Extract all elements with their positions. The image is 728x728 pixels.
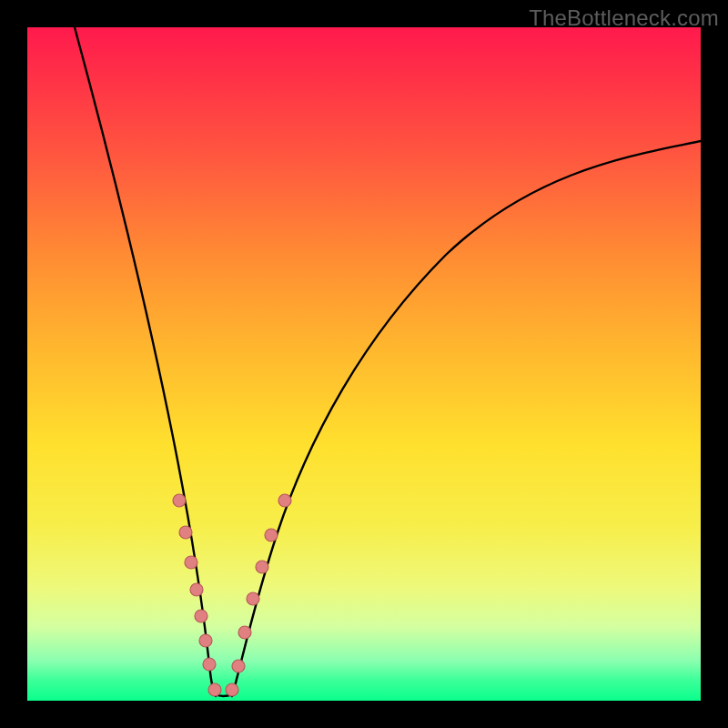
marker-dot [278, 494, 291, 507]
marker-dot [190, 583, 203, 596]
marker-dot [173, 494, 186, 507]
marker-group [173, 494, 291, 696]
marker-dot [232, 660, 245, 672]
marker-dot [199, 634, 212, 647]
marker-dot [247, 592, 259, 605]
marker-dot [208, 683, 221, 696]
marker-dot [226, 683, 238, 696]
chart-plot-area [27, 27, 701, 701]
chart-svg [27, 27, 701, 701]
marker-dot [195, 610, 207, 622]
curve-right-branch [232, 141, 701, 696]
marker-dot [265, 529, 278, 541]
marker-dot [185, 556, 197, 569]
marker-dot [238, 626, 251, 639]
marker-dot [203, 658, 216, 671]
marker-dot [256, 561, 268, 573]
marker-dot [179, 526, 192, 539]
